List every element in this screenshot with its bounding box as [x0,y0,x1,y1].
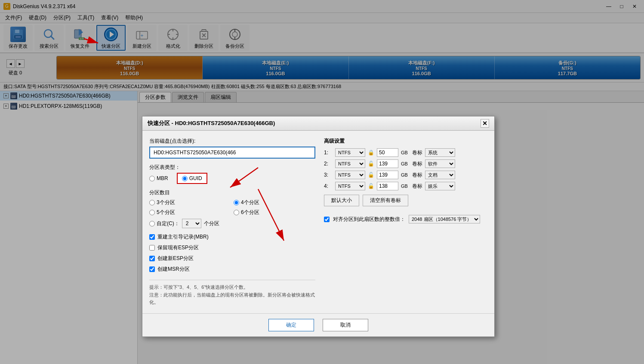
count-4[interactable]: 4个分区 [234,199,315,206]
dialog-right-section: 高级设置 1: NTFSFAT32exFAT 🔒 GB 卷标 系统软件文档娱乐 [324,138,487,306]
part-2-size-input[interactable] [377,159,398,168]
custom-radio[interactable] [149,221,155,226]
align-checkbox[interactable] [324,217,330,222]
part-1-num: 1: [324,150,333,156]
dialog-body: 当前磁盘(点击选择): HD0:HGSTHTS725050A7E630(466 … [142,131,494,313]
part-1-vol-select[interactable]: 系统软件文档娱乐 [425,148,455,157]
checkbox-mbr-label: 重建主引导记录(MBR) [157,233,209,241]
custom-select[interactable]: 234 [182,219,201,228]
partition-type-row: 分区表类型： MBR GUID [149,164,315,184]
checkbox-msr-input[interactable] [149,266,155,272]
partition-type-label: 分区表类型： [149,164,315,171]
checkbox-msr-label: 创建MSR分区 [157,266,190,273]
count-3-radio[interactable] [149,200,155,205]
count-3-label: 3个分区 [157,199,175,206]
part-4-vol-select[interactable]: 娱乐系统软件文档 [425,182,455,190]
part-4-num: 4: [324,183,333,189]
checkbox-keep-esp[interactable]: 保留现有ESP分区 [149,244,315,251]
checkbox-msr[interactable]: 创建MSR分区 [149,266,315,273]
lock-2-icon: 🔓 [368,161,374,167]
part-config-4: 4: NTFSFAT32exFAT 🔓 GB 卷标 娱乐系统软件文档 [324,182,487,190]
checkbox-mbr-input[interactable] [149,234,155,240]
count-4-label: 4个分区 [241,199,259,206]
part-3-type-select[interactable]: NTFSFAT32exFAT [335,171,365,179]
part-2-vol-select[interactable]: 软件系统文档娱乐 [425,159,455,168]
dialog-overlay: 快速分区 - HD0:HGSTHTS725050A7E630(466GB) ✕ … [0,0,644,364]
part-4-size-input[interactable] [377,182,398,190]
advanced-buttons: 默认大小 清空所有卷标 [324,195,487,206]
part-3-num: 3: [324,172,333,178]
part-1-size-input[interactable] [377,148,398,157]
part-1-type-select[interactable]: NTFSFAT32exFAT [335,148,365,157]
part-4-vol-label: 卷标 [412,183,422,190]
count-5-radio[interactable] [149,210,155,215]
current-disk-value[interactable]: HD0:HGSTHTS725050A7E630(466 [149,147,315,159]
checkbox-new-esp-label: 创建新ESP分区 [157,255,194,262]
part-4-unit: GB [401,184,408,189]
dialog-left-section: 当前磁盘(点击选择): HD0:HGSTHTS725050A7E630(466 … [149,138,315,306]
guid-label: GUID [189,175,202,181]
part-2-type-select[interactable]: NTFSFAT32exFAT [335,159,365,168]
part-3-size-input[interactable] [377,171,398,179]
count-6[interactable]: 6个分区 [234,209,315,216]
hint-text: 提示：可按下"3、4、5、6"快速选择分区个数。 注意：此功能执行后，当前磁盘上… [149,280,315,306]
partition-count-row: 分区数目 3个分区 4个分区 5个分区 [149,189,315,228]
lock-1-icon: 🔒 [368,150,374,156]
mbr-label: MBR [157,175,168,181]
checkbox-mbr[interactable]: 重建主引导记录(MBR) [149,233,315,241]
count-5-label: 5个分区 [157,209,175,216]
default-size-button[interactable]: 默认大小 [324,195,359,206]
checkbox-keep-esp-input[interactable] [149,245,155,251]
dialog-title-text: 快速分区 - HD0:HGSTHTS725050A7E630(466GB) [148,119,275,127]
lock-4-icon: 🔓 [368,183,374,189]
part-config-1: 1: NTFSFAT32exFAT 🔒 GB 卷标 系统软件文档娱乐 [324,148,487,157]
cancel-button[interactable]: 取消 [323,319,368,331]
part-config-3: 3: NTFSFAT32exFAT 🔓 GB 卷标 文档系统软件娱乐 [324,171,487,179]
partition-count-label: 分区数目 [149,189,315,196]
dialog-title-bar: 快速分区 - HD0:HGSTHTS725050A7E630(466GB) ✕ [142,116,494,131]
guid-radio[interactable] [182,176,188,181]
count-5[interactable]: 5个分区 [149,209,231,216]
current-disk-row: 当前磁盘(点击选择): HD0:HGSTHTS725050A7E630(466 [149,138,315,159]
fast-partition-dialog: 快速分区 - HD0:HGSTHTS725050A7E630(466GB) ✕ … [142,116,495,337]
checkbox-new-esp-input[interactable] [149,256,155,261]
part-2-vol-label: 卷标 [412,160,422,168]
part-3-unit: GB [401,172,408,177]
clear-labels-button[interactable]: 清空所有卷标 [363,195,408,206]
count-4-radio[interactable] [234,200,239,205]
custom-row: 自定(C)： 234 个分区 [149,219,315,228]
hint-line2: 注意：此功能执行后，当前磁盘上的现有分区将被删除。新分区将会被快速格式化。 [149,291,315,306]
checkbox-keep-esp-label: 保留现有ESP分区 [157,244,199,251]
part-3-vol-label: 卷标 [412,171,422,179]
lock-3-icon: 🔓 [368,172,374,178]
count-grid: 3个分区 4个分区 5个分区 6个分区 [149,199,315,216]
mbr-radio[interactable] [149,176,155,181]
mbr-option[interactable]: MBR [149,175,168,181]
part-1-unit: GB [401,150,408,155]
dialog-footer: 确定 取消 [142,313,494,336]
count-6-radio[interactable] [234,210,239,215]
advanced-label: 高级设置 [324,138,487,145]
part-2-unit: GB [401,161,408,166]
custom-option[interactable]: 自定(C)： [149,220,179,227]
custom-label: 自定(C)： [157,220,179,227]
partition-type-group: MBR GUID [149,173,315,184]
part-4-type-select[interactable]: NTFSFAT32exFAT [335,182,365,190]
part-2-num: 2: [324,161,333,167]
checkbox-new-esp[interactable]: 创建新ESP分区 [149,255,315,262]
part-1-vol-label: 卷标 [412,149,422,156]
part-config-2: 2: NTFSFAT32exFAT 🔓 GB 卷标 软件系统文档娱乐 [324,159,487,168]
hint-line1: 提示：可按下"3、4、5、6"快速选择分区个数。 [149,284,315,291]
confirm-button[interactable]: 确定 [268,319,314,331]
align-select[interactable]: 2048 扇区（1048576 字节） 4096 扇区 [409,215,480,223]
current-disk-label: 当前磁盘(点击选择): [149,138,315,145]
align-label: 对齐分区到此扇区数的整数倍： [333,216,405,223]
checkbox-section: 重建主引导记录(MBR) 保留现有ESP分区 创建新ESP分区 创建MSR分区 [149,233,315,273]
custom-unit: 个分区 [204,220,219,227]
guid-option[interactable]: GUID [177,173,207,184]
align-row: 对齐分区到此扇区数的整数倍： 2048 扇区（1048576 字节） 4096 … [324,215,487,223]
part-3-vol-select[interactable]: 文档系统软件娱乐 [425,171,455,179]
dialog-close-button[interactable]: ✕ [481,119,489,128]
count-3[interactable]: 3个分区 [149,199,231,206]
count-6-label: 6个分区 [241,209,259,216]
